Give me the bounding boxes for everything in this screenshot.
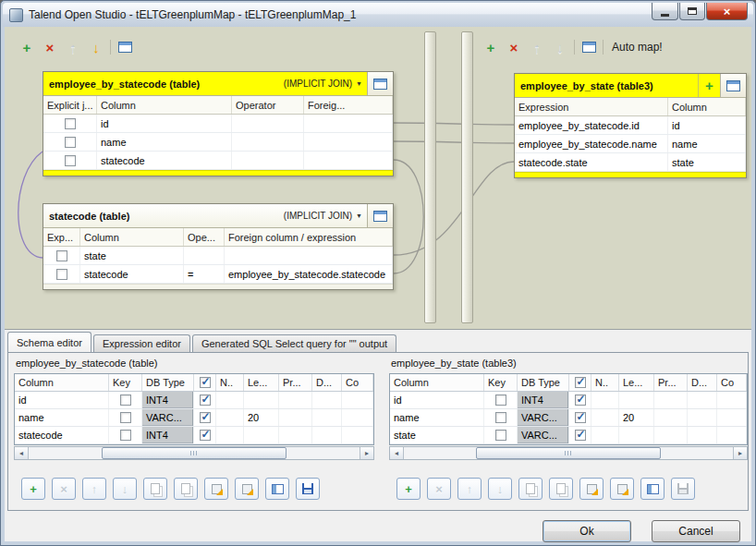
column-name-cell[interactable]: state bbox=[390, 427, 484, 443]
tab-generated-sql[interactable]: Generated SQL Select query for "" output bbox=[192, 334, 396, 352]
nullable-checkbox[interactable] bbox=[200, 394, 211, 406]
table-row[interactable]: statecode = employee_by_statecode.statec… bbox=[43, 265, 393, 284]
length-cell[interactable] bbox=[619, 392, 654, 408]
column-name-cell[interactable]: name bbox=[390, 409, 484, 426]
default-cell[interactable] bbox=[312, 409, 342, 426]
remove-row-button[interactable]: × bbox=[52, 478, 76, 500]
explicit-join-checkbox[interactable] bbox=[56, 269, 67, 280]
remove-output-table-button[interactable]: × bbox=[505, 38, 523, 56]
scroll-left-arrow[interactable]: ◂ bbox=[15, 447, 29, 459]
nullable-cell[interactable] bbox=[216, 427, 244, 443]
precision-cell[interactable] bbox=[654, 427, 688, 443]
foreign-cell[interactable] bbox=[304, 133, 393, 151]
copy-button[interactable] bbox=[518, 478, 543, 500]
precision-cell[interactable] bbox=[279, 392, 312, 408]
nullable-cell[interactable] bbox=[591, 427, 619, 443]
db-type-cell[interactable]: INT4 bbox=[518, 392, 569, 408]
schema-row[interactable]: statecode INT4 bbox=[15, 427, 373, 444]
move-down-button[interactable]: ↓ bbox=[551, 38, 569, 56]
schema-table-left[interactable]: Column Key DB Type N.. Le... Pr... D... … bbox=[14, 373, 374, 445]
nullable-cell[interactable] bbox=[216, 392, 244, 408]
horizontal-scrollbar[interactable]: ◂ ▸ bbox=[14, 446, 374, 460]
schema-row[interactable]: id INT4 bbox=[390, 392, 747, 409]
length-cell[interactable]: 20 bbox=[244, 409, 279, 426]
join-type-dropdown[interactable]: (IMPLICIT JOIN) ▼ bbox=[279, 204, 367, 227]
expression-cell[interactable]: statecode.state bbox=[515, 153, 668, 171]
comment-cell[interactable] bbox=[342, 392, 373, 408]
nullable-cell[interactable] bbox=[591, 392, 619, 408]
add-row-button[interactable]: + bbox=[21, 478, 45, 500]
table-row[interactable]: employee_by_statecode.id id bbox=[515, 116, 746, 135]
horizontal-scrollbar[interactable]: ◂ ▸ bbox=[389, 446, 748, 460]
key-checkbox[interactable] bbox=[495, 394, 506, 406]
default-cell[interactable] bbox=[312, 392, 342, 408]
minimize-button[interactable] bbox=[652, 3, 678, 20]
schema-row[interactable]: name VARC... 20 bbox=[390, 409, 747, 427]
tab-schema-editor[interactable]: Schema editor bbox=[7, 332, 91, 352]
comment-cell[interactable] bbox=[342, 427, 373, 443]
nullable-checkbox[interactable] bbox=[575, 430, 586, 441]
foreign-cell[interactable] bbox=[304, 152, 393, 169]
table-header[interactable]: employee_by_state (table3) + bbox=[515, 74, 746, 98]
precision-cell[interactable] bbox=[279, 409, 312, 426]
scroll-left-arrow[interactable]: ◂ bbox=[390, 447, 404, 459]
table-row[interactable]: state bbox=[43, 247, 393, 265]
paste-button[interactable] bbox=[549, 478, 573, 500]
import-schema-button[interactable] bbox=[204, 478, 228, 500]
foreign-cell[interactable] bbox=[304, 115, 393, 132]
explicit-join-checkbox[interactable] bbox=[65, 155, 76, 166]
schema-row[interactable]: id INT4 bbox=[15, 392, 373, 409]
add-output-table-button[interactable]: + bbox=[482, 38, 500, 56]
remove-row-button[interactable]: × bbox=[427, 478, 451, 500]
nullable-checkbox[interactable] bbox=[200, 412, 211, 423]
scroll-right-arrow[interactable]: ▸ bbox=[733, 447, 747, 459]
key-checkbox[interactable] bbox=[495, 412, 506, 423]
operator-cell[interactable]: = bbox=[184, 265, 225, 283]
foreign-cell[interactable]: employee_by_statecode.statecode bbox=[225, 265, 393, 283]
input-table-employee-by-statecode[interactable]: employee_by_statecode (table) (IMPLICIT … bbox=[43, 71, 394, 176]
remove-input-table-button[interactable]: × bbox=[41, 38, 59, 56]
operator-cell[interactable] bbox=[232, 115, 304, 132]
table-options-button[interactable] bbox=[720, 74, 746, 97]
length-cell[interactable] bbox=[244, 427, 279, 443]
db-type-cell[interactable]: VARC... bbox=[518, 409, 569, 426]
scrollbar-thumb[interactable] bbox=[476, 447, 660, 459]
schema-table-right[interactable]: Column Key DB Type N.. Le... Pr... D... … bbox=[389, 373, 748, 445]
comment-cell[interactable] bbox=[717, 409, 747, 426]
column-name-cell[interactable]: statecode bbox=[15, 427, 109, 443]
save-schema-button[interactable] bbox=[296, 478, 320, 500]
import-schema-button[interactable] bbox=[579, 478, 604, 500]
comment-cell[interactable] bbox=[342, 409, 373, 426]
columns-view-button[interactable] bbox=[640, 478, 665, 500]
operator-cell[interactable] bbox=[184, 247, 225, 264]
precision-cell[interactable] bbox=[654, 409, 688, 426]
minimize-tables-button[interactable] bbox=[579, 38, 598, 56]
table-row[interactable]: statecode bbox=[43, 152, 393, 170]
scrollbar-thumb[interactable] bbox=[102, 447, 287, 459]
db-type-cell[interactable]: VARC... bbox=[142, 409, 194, 426]
columns-view-button[interactable] bbox=[265, 478, 289, 500]
key-checkbox[interactable] bbox=[495, 430, 506, 441]
schema-row[interactable]: state VARC... bbox=[390, 427, 747, 444]
add-row-button[interactable]: + bbox=[396, 478, 421, 500]
column-name-cell[interactable]: name bbox=[15, 409, 109, 426]
table-row[interactable]: id bbox=[43, 115, 393, 133]
ok-button[interactable]: Ok bbox=[543, 520, 631, 542]
length-cell[interactable]: 20 bbox=[619, 409, 654, 426]
precision-cell[interactable] bbox=[279, 427, 312, 443]
add-input-table-button[interactable]: + bbox=[18, 38, 36, 56]
default-cell[interactable] bbox=[312, 427, 342, 443]
key-checkbox[interactable] bbox=[120, 430, 131, 441]
explicit-join-checkbox[interactable] bbox=[65, 118, 76, 129]
db-type-cell[interactable]: VARC... bbox=[518, 427, 569, 443]
default-cell[interactable] bbox=[688, 427, 717, 443]
move-down-button[interactable]: ↓ bbox=[87, 38, 105, 56]
join-type-dropdown[interactable]: (IMPLICIT JOIN) ▼ bbox=[279, 72, 367, 95]
save-schema-button[interactable] bbox=[671, 478, 695, 500]
right-panel-scrollbar[interactable] bbox=[461, 31, 473, 323]
move-row-down-button[interactable]: ↓ bbox=[488, 478, 512, 500]
expression-cell[interactable]: employee_by_statecode.name bbox=[515, 135, 668, 152]
operator-cell[interactable] bbox=[232, 133, 304, 151]
paste-button[interactable] bbox=[174, 478, 198, 500]
maximize-button[interactable] bbox=[679, 3, 705, 20]
